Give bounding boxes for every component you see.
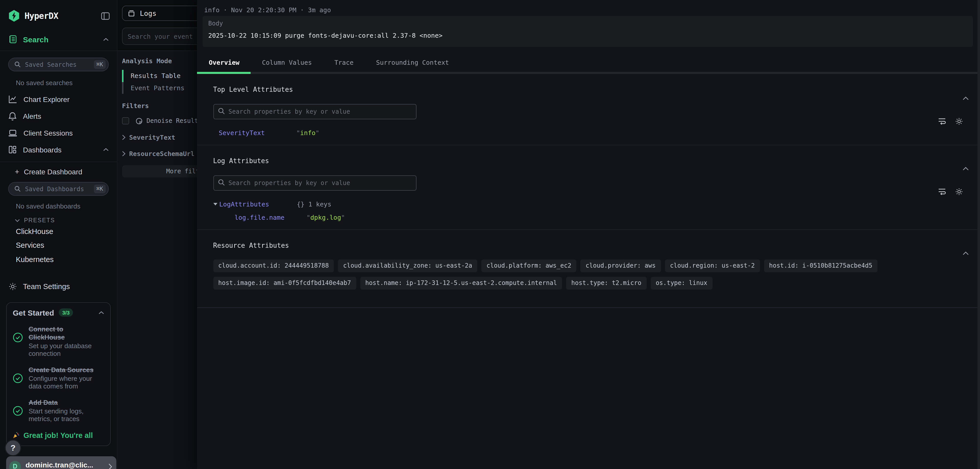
body-label: Body: [208, 20, 973, 27]
gear-icon: [8, 282, 18, 291]
resource-chip[interactable]: cloud.availability_zone: us-east-2a: [338, 259, 477, 272]
attribute-key[interactable]: SeverityText: [219, 129, 296, 136]
denoise-results-toggle[interactable]: Denoise Results: [122, 115, 204, 127]
avatar-initial: D: [13, 463, 18, 469]
chevron-up-icon[interactable]: [99, 311, 104, 314]
logo-row: HyperDX: [0, 0, 117, 21]
gear-icon[interactable]: [955, 187, 963, 195]
sidebar-item-client-sessions[interactable]: Client Sessions: [0, 124, 117, 141]
filter-group-severitytext[interactable]: SeverityText: [122, 132, 204, 143]
gear-icon[interactable]: [955, 117, 963, 125]
get-started-item[interactable]: Connect to ClickHouse Set up your databa…: [13, 325, 104, 358]
denoise-checkbox[interactable]: [122, 117, 129, 124]
chevron-up-icon[interactable]: [103, 148, 109, 151]
get-started-item-title: Add Data: [29, 398, 96, 407]
section-log-attributes: Log Attributes LogAttr: [197, 145, 980, 230]
plus-icon: +: [15, 167, 19, 176]
denoise-label: Denoise Results: [146, 117, 202, 124]
get-started-item[interactable]: Add Data Start sending logs, metrics, or…: [13, 398, 104, 423]
get-started-item[interactable]: Create Data Sources Configure where your…: [13, 366, 104, 390]
source-select-button[interactable]: Logs: [122, 6, 204, 21]
resource-chip[interactable]: cloud.platform: aws_ec2: [481, 259, 576, 272]
user-menu[interactable]: D dominic.tran@clic... dominic.tran@clic…: [6, 456, 116, 469]
chevron-down-icon: [15, 219, 20, 222]
wrap-lines-icon[interactable]: [938, 187, 946, 195]
help-button[interactable]: ?: [5, 439, 21, 456]
wrap-lines-icon[interactable]: [938, 117, 946, 125]
attribute-key[interactable]: log.file.name: [234, 213, 307, 221]
presets-toggle[interactable]: PRESETS: [15, 217, 117, 223]
nav-label: Dashboards: [23, 146, 62, 154]
collapse-section-icon[interactable]: [963, 251, 969, 255]
mode-results-table[interactable]: Results Table: [122, 70, 204, 82]
attribute-value[interactable]: "dpkg.log": [307, 213, 345, 221]
more-filters-button[interactable]: More filters: [122, 165, 204, 177]
resource-chip[interactable]: cloud.region: us-east-2: [665, 259, 760, 272]
tab-divider: [197, 72, 980, 74]
get-started-header[interactable]: Get Started 3/3: [13, 308, 104, 317]
section-tools: [938, 187, 963, 195]
preset-label: Services: [16, 241, 44, 250]
get-started-card: Get Started 3/3 Connect to ClickHouse Se…: [6, 302, 111, 446]
presets-label: PRESETS: [24, 217, 55, 223]
keys-count: {} 1 keys: [297, 200, 331, 208]
saved-dashboards-input[interactable]: Saved Dashboards ⌘K: [8, 182, 109, 196]
event-search-input[interactable]: [122, 27, 204, 45]
divider: [197, 307, 980, 307]
mode-label: Results Table: [130, 72, 181, 80]
check-circle-icon: [13, 332, 23, 342]
event-body-card: Body 2025-10-22 10:15:09 purge fonts-dej…: [203, 16, 973, 47]
sidebar-nav: Chart Explorer Alerts Client Sessions Da…: [0, 91, 117, 158]
party-popper-icon: [12, 431, 20, 439]
body-text[interactable]: 2025-10-22 10:15:09 purge fonts-dejavu-c…: [208, 32, 973, 39]
resource-chip[interactable]: cloud.provider: aws: [581, 259, 661, 272]
collapse-section-icon[interactable]: [963, 166, 969, 171]
hyperdx-logo-icon: [8, 10, 20, 22]
sidebar-item-chart-explorer[interactable]: Chart Explorer: [0, 91, 117, 108]
resource-chip[interactable]: host.id: i-0510b81275acbe4d5: [764, 259, 878, 272]
congrats-text: Great job! You're all: [24, 431, 93, 439]
sidebar-item-kubernetes[interactable]: Kubernetes: [0, 254, 117, 265]
tab-overview[interactable]: Overview: [209, 59, 239, 66]
saved-searches-input[interactable]: Saved Searches ⌘K: [8, 58, 109, 71]
progress-badge: 3/3: [59, 308, 73, 317]
tab-surrounding-context[interactable]: Surrounding Context: [376, 59, 449, 66]
chevron-right-icon: [122, 135, 126, 140]
collapse-sidebar-button[interactable]: [101, 12, 110, 20]
tab-column-values[interactable]: Column Values: [262, 59, 312, 66]
scrollbar[interactable]: [977, 0, 980, 469]
attribute-parent-row[interactable]: LogAttributes {} 1 keys: [213, 200, 980, 208]
filter-group-resourceschemaurl[interactable]: ResourceSchemaUrl: [122, 148, 204, 159]
check-circle-icon: [13, 406, 23, 416]
sidebar-item-clickhouse[interactable]: ClickHouse: [0, 225, 117, 237]
nav-label: Chart Explorer: [24, 95, 70, 103]
attribute-search-input[interactable]: [213, 175, 416, 190]
no-saved-searches-text: No saved searches: [16, 79, 117, 87]
resource-chip[interactable]: host.image.id: ami-0f5fcdfbd140e4ab7: [213, 277, 356, 289]
expand-triangle-icon[interactable]: [213, 203, 217, 205]
create-dashboard-button[interactable]: + Create Dashboard: [0, 163, 117, 180]
tab-trace[interactable]: Trace: [334, 59, 353, 66]
section-tools: [938, 117, 963, 125]
sidebar-item-team-settings[interactable]: Team Settings: [0, 279, 117, 294]
attribute-search-input[interactable]: [213, 104, 416, 119]
divider: [0, 51, 117, 51]
collapse-section-icon[interactable]: [963, 96, 969, 100]
mode-event-patterns[interactable]: Event Patterns: [122, 82, 204, 94]
attribute-key[interactable]: LogAttributes: [219, 200, 297, 208]
attribute-value[interactable]: "info": [296, 129, 319, 136]
get-started-item-title: Create Data Sources: [29, 366, 96, 374]
search-icon: [218, 107, 225, 114]
get-started-item-desc: Start sending logs, metrics, or traces: [29, 407, 96, 423]
sidebar-item-services[interactable]: Services: [0, 239, 117, 251]
sidebar-item-alerts[interactable]: Alerts: [0, 108, 117, 124]
sidebar-item-search[interactable]: Search: [0, 32, 117, 47]
resource-chip[interactable]: host.type: t2.micro: [566, 277, 647, 289]
sidebar-item-dashboards[interactable]: Dashboards: [0, 141, 117, 158]
resource-chip[interactable]: cloud.account.id: 244449518788: [213, 259, 334, 272]
resource-chip[interactable]: os.type: linux: [651, 277, 712, 289]
chevron-up-icon[interactable]: [103, 38, 109, 41]
chart-icon: [8, 95, 18, 103]
resource-chip[interactable]: host.name: ip-172-31-12-5.us-east-2.comp…: [360, 277, 562, 289]
bell-icon: [8, 111, 17, 120]
